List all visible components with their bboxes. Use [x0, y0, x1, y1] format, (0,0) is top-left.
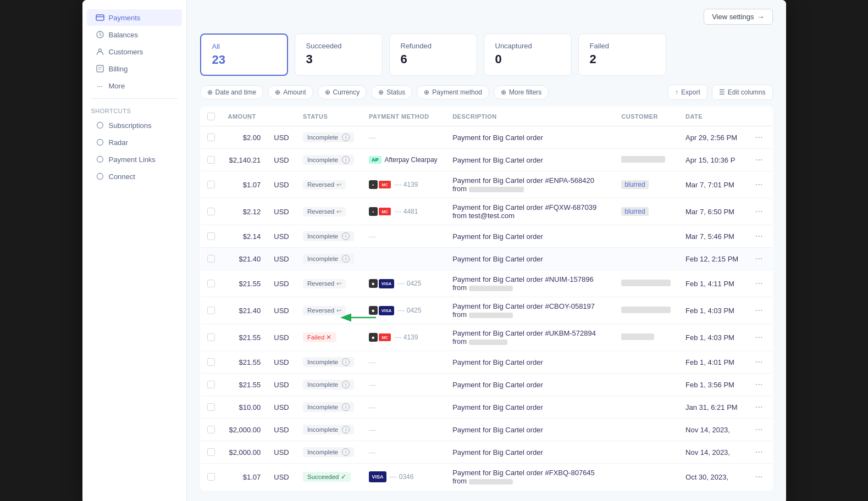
row-more[interactable]: ··· [747, 270, 772, 297]
row-checkbox[interactable] [200, 225, 222, 248]
view-settings-button[interactable]: View settings → [704, 9, 772, 25]
stat-card-all[interactable]: All 23 [200, 34, 288, 76]
header-actions-blank [747, 107, 772, 126]
row-more[interactable]: ··· [747, 149, 772, 171]
header-payment-method: Payment method [362, 107, 446, 126]
row-checkbox[interactable] [200, 351, 222, 374]
stat-card-failed[interactable]: Failed 2 [578, 34, 666, 76]
sidebar-item-billing[interactable]: Billing [87, 60, 182, 77]
table-row[interactable]: $2,000.00 USD Incomplete i — Payment for… [200, 441, 772, 464]
sidebar-item-more[interactable]: ··· More [87, 77, 182, 94]
row-amount: $21.55 [222, 324, 268, 351]
row-more[interactable]: ··· [747, 324, 772, 351]
table-row[interactable]: $2.00 USD Incomplete i — Payment for Big… [200, 126, 772, 149]
row-amount: $2,000.00 [222, 441, 268, 464]
row-more[interactable]: ··· [747, 419, 772, 441]
row-checkbox[interactable] [200, 198, 222, 225]
table-row[interactable]: $21.40 USD Reversed ↩ ■ VISA [200, 297, 772, 324]
sidebar-item-radar-label: Radar [109, 138, 128, 147]
filter-currency-button[interactable]: ⊕ Currency [318, 85, 367, 99]
table-row[interactable]: $2.12 USD Reversed ↩ ▪ MC [200, 198, 772, 225]
row-checkbox[interactable] [200, 419, 222, 441]
payment-links-icon [96, 155, 104, 164]
stat-card-succeeded[interactable]: Succeeded 3 [295, 34, 383, 76]
row-checkbox[interactable] [200, 171, 222, 198]
shortcuts-label: Shortcuts [82, 103, 186, 116]
row-more[interactable]: ··· [747, 297, 772, 324]
sidebar-item-subscriptions[interactable]: Subscriptions [87, 117, 182, 133]
row-more[interactable]: ··· [747, 225, 772, 248]
row-date: Apr 29, 2:56 PM [679, 126, 747, 149]
row-checkbox[interactable] [200, 396, 222, 419]
export-icon: ↑ [675, 88, 678, 96]
row-checkbox[interactable] [200, 324, 222, 351]
filter-date-label: Date and time [215, 88, 257, 96]
stat-card-uncaptured[interactable]: Uncaptured 0 [484, 34, 572, 76]
row-checkbox[interactable] [200, 126, 222, 149]
row-checkbox[interactable] [200, 441, 222, 464]
table-row[interactable]: $21.55 USD Reversed ↩ ■ VISA [200, 270, 772, 297]
row-payment-method: ■ VISA ···· 0425 [362, 297, 446, 324]
more-icon: ··· [96, 81, 104, 90]
row-more[interactable]: ··· [747, 374, 772, 396]
row-currency: USD [267, 374, 296, 396]
table-row[interactable]: $21.55 USD Incomplete i — Payment for Bi… [200, 351, 772, 374]
table-row[interactable]: $10.00 USD Incomplete i — Payment for Bi… [200, 396, 772, 419]
export-button[interactable]: ↑ Export [668, 85, 707, 100]
table-row[interactable]: $21.55 USD Failed ✕ ■ MC [200, 324, 772, 351]
filter-date-button[interactable]: ⊕ Date and time [200, 85, 264, 99]
row-date: Mar 7, 5:46 PM [679, 225, 747, 248]
balances-icon [96, 30, 104, 39]
header-description: Description [446, 107, 615, 126]
sidebar-item-customers[interactable]: Customers [87, 43, 182, 60]
row-status: Incomplete i [296, 396, 362, 419]
filter-payment-method-button[interactable]: ⊕ Payment method [417, 85, 489, 99]
row-more[interactable]: ··· [747, 171, 772, 198]
table-row[interactable]: $1.07 USD Succeeded ✓ VISA ···· 0346 [200, 464, 772, 491]
row-currency: USD [267, 464, 296, 491]
filter-amount-button[interactable]: ⊕ Amount [268, 85, 313, 99]
row-more[interactable]: ··· [747, 126, 772, 149]
row-checkbox[interactable] [200, 149, 222, 171]
row-more[interactable]: ··· [747, 198, 772, 225]
row-checkbox[interactable] [200, 464, 222, 491]
row-description: Payment for Big Cartel order #UKBM-57289… [446, 324, 615, 351]
stat-card-refunded-label: Refunded [401, 42, 466, 50]
table-row[interactable]: $21.55 USD Incomplete i — Payment for Bi… [200, 374, 772, 396]
header-checkbox[interactable] [200, 107, 222, 126]
header-customer: Customer [615, 107, 679, 126]
filter-more-button[interactable]: ⊕ More filters [494, 85, 549, 99]
row-more[interactable]: ··· [747, 248, 772, 270]
svg-point-10 [97, 174, 103, 180]
row-more[interactable]: ··· [747, 351, 772, 374]
row-more[interactable]: ··· [747, 464, 772, 491]
row-description: Payment for Big Cartel order #NUIM-15789… [446, 270, 615, 297]
header-amount: Amount [222, 107, 268, 126]
edit-columns-button[interactable]: ☰ Edit columns [712, 85, 773, 100]
row-more[interactable]: ··· [747, 396, 772, 419]
sidebar-item-balances[interactable]: Balances [87, 26, 182, 43]
table-row[interactable]: $2,000.00 USD Incomplete i — Payment for… [200, 419, 772, 441]
table-row[interactable]: $2.14 USD Incomplete i — Payment for Big… [200, 225, 772, 248]
row-checkbox[interactable] [200, 297, 222, 324]
filter-status-button[interactable]: ⊕ Status [371, 85, 412, 99]
row-customer [615, 396, 679, 419]
stat-card-refunded[interactable]: Refunded 6 [389, 34, 477, 76]
sidebar-item-payment-links[interactable]: Payment Links [87, 151, 182, 168]
row-description: Payment for Big Cartel order [446, 149, 615, 171]
row-checkbox[interactable] [200, 270, 222, 297]
row-checkbox[interactable] [200, 374, 222, 396]
row-more[interactable]: ··· [747, 441, 772, 464]
sidebar-item-connect[interactable]: Connect [87, 168, 182, 185]
row-amount: $21.55 [222, 374, 268, 396]
stat-card-uncaptured-value: 0 [495, 52, 560, 66]
table-row[interactable]: $21.40 USD Incomplete i Payment for Big … [200, 248, 772, 270]
row-date: Feb 1, 3:56 PM [679, 374, 747, 396]
sidebar: Payments Balances Customers [82, 0, 187, 501]
table-row[interactable]: $2,140.21 USD Incomplete i AP Afterpay C… [200, 149, 772, 171]
stat-card-uncaptured-label: Uncaptured [495, 42, 560, 50]
sidebar-item-payments[interactable]: Payments [87, 9, 182, 26]
row-checkbox[interactable] [200, 248, 222, 270]
table-row[interactable]: $1.07 USD Reversed ↩ ▪ MC [200, 171, 772, 198]
sidebar-item-radar[interactable]: Radar [87, 134, 182, 151]
